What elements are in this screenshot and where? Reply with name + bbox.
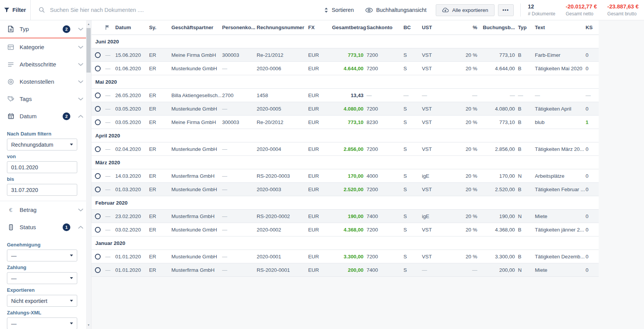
cell-vat-code: —: [421, 89, 457, 102]
status-circle-icon[interactable]: [95, 119, 101, 125]
table-body: Juni 2020—15.06.2020ERMeine Firma GmbH30…: [91, 35, 599, 277]
search-bar[interactable]: [31, 7, 216, 13]
status-circle-icon[interactable]: [95, 254, 101, 260]
cell-vat-percent: 20 %: [457, 142, 480, 156]
column-header-datum[interactable]: Datum: [115, 20, 148, 35]
cell-personal-account: 300003: [221, 116, 256, 129]
document-row[interactable]: —01.06.2020ERMusterkunde GmbH—2020-0006E…: [91, 62, 599, 75]
sidebar-scrollbar[interactable]: ▲ ▼: [86, 20, 91, 329]
status-circle-icon[interactable]: [95, 106, 101, 112]
chevron-down-icon: [78, 98, 83, 101]
payment-xml-select[interactable]: —: [7, 317, 77, 329]
cell-vat-code: VST: [421, 250, 457, 263]
column-header-sy-[interactable]: Sy.: [148, 20, 171, 35]
sidebar-item-arbeitsschritte[interactable]: Arbeitsschritte: [0, 56, 91, 73]
status-circle-icon[interactable]: [95, 146, 101, 152]
euro-icon: €: [7, 207, 15, 213]
column-header--[interactable]: %: [457, 20, 480, 35]
scroll-down-arrow[interactable]: ▼: [86, 322, 91, 328]
sidebar-item-datum[interactable]: Datum 2: [0, 107, 91, 125]
column-header-buchungsb-[interactable]: Buchungsb...: [480, 20, 517, 35]
document-icon: [7, 26, 15, 32]
tag-icon: [7, 96, 15, 102]
cell-business-partner: Musterkunde GmbH: [171, 223, 221, 236]
flag-icon: [105, 20, 115, 35]
document-row[interactable]: —01.01.2020ERMusterkunde GmbH—2020-0001E…: [91, 250, 599, 263]
cell-currency: EUR: [307, 263, 331, 277]
column-header-ust[interactable]: UST: [421, 20, 457, 35]
filter-button[interactable]: Filter: [0, 0, 31, 20]
scroll-up-arrow[interactable]: ▲: [86, 21, 91, 27]
cell-vat-percent: 20 %: [457, 102, 480, 116]
row-status-cell: [91, 62, 105, 75]
document-row[interactable]: —26.05.2020ERBilla Aktiengesellsch...270…: [91, 89, 599, 102]
date-from-label: von: [7, 154, 77, 159]
status-circle-icon[interactable]: [95, 66, 101, 71]
cell-ks: 0: [585, 169, 599, 183]
column-header-fx[interactable]: FX: [307, 20, 331, 35]
status-circle-icon[interactable]: [95, 267, 101, 273]
cell-total-amount: 4.368,00: [331, 223, 366, 236]
cell-personal-account: —: [221, 223, 256, 236]
status-circle-icon[interactable]: [95, 93, 101, 98]
sidebar-item-tags[interactable]: Tags: [0, 90, 91, 107]
date-from-input[interactable]: [7, 161, 77, 173]
document-row[interactable]: —23.02.2020ERMusterfirma GmbH—RS-2020-00…: [91, 210, 599, 223]
select-all-header: [91, 20, 105, 35]
document-row[interactable]: —02.04.2020ERMusterkunde GmbH—2020-0004E…: [91, 142, 599, 156]
column-header-personenko-[interactable]: Personenko...: [221, 20, 256, 35]
cell-bc: S: [403, 263, 421, 277]
cell-currency: EUR: [307, 250, 331, 263]
search-input[interactable]: [49, 7, 216, 13]
column-header-ks[interactable]: KS: [585, 20, 599, 35]
cell-ks: 0: [585, 250, 599, 263]
column-header-text[interactable]: Text: [534, 20, 585, 35]
approval-select[interactable]: —: [7, 250, 77, 261]
status-circle-icon[interactable]: [95, 227, 101, 233]
sidebar-item-betrag[interactable]: € Betrag: [0, 201, 91, 218]
date-filter-type-select[interactable]: Rechnungsdatum: [7, 139, 77, 150]
column-header-gesamtbetrag[interactable]: Gesamtbetrag: [331, 20, 366, 35]
cell-ledger-account: 4000: [366, 169, 403, 183]
more-actions-button[interactable]: •••: [498, 4, 514, 16]
export-status-select[interactable]: Nicht exportiert: [7, 295, 77, 307]
cell-booking-amount: 773,10: [480, 48, 517, 62]
cell-booking-amount: 4.368,00: [480, 223, 517, 236]
status-circle-icon[interactable]: [95, 187, 101, 192]
status-circle-icon[interactable]: [95, 173, 101, 179]
document-row[interactable]: —03.05.2020ERMusterkunde GmbH—2020-0005E…: [91, 102, 599, 116]
status-circle-icon[interactable]: [95, 52, 101, 58]
sidebar-item-typ[interactable]: Typ 2: [0, 20, 91, 38]
cell-flag: —: [105, 48, 115, 62]
cell-currency: EUR: [307, 116, 331, 129]
calendar-icon: [7, 113, 15, 119]
cell-business-partner: Musterkunde GmbH: [171, 62, 221, 75]
cell-system: ER: [148, 89, 171, 102]
document-row[interactable]: —14.03.2020ERMusterfirma GmbH—RS-2020-00…: [91, 169, 599, 183]
chevron-down-icon: [78, 63, 83, 66]
sidebar-item-kategorie[interactable]: Kategorie: [0, 38, 91, 56]
cell-currency: EUR: [307, 183, 331, 196]
sidebar-item-kostenstellen[interactable]: Kostenstellen: [0, 73, 91, 90]
column-header-sachkonto[interactable]: Sachkonto: [366, 20, 403, 35]
group-header-row: März 2020: [91, 156, 599, 169]
sort-button[interactable]: Sortieren: [324, 7, 354, 13]
status-circle-icon[interactable]: [95, 213, 101, 219]
cell-ledger-account: 7200: [366, 223, 403, 236]
document-row[interactable]: —01.03.2020ERMusterkunde GmbH—2020-0003E…: [91, 183, 599, 196]
document-row[interactable]: —03.02.2020ERMusterkunde GmbH—2020-0002E…: [91, 223, 599, 236]
document-row[interactable]: —03.05.2020ERMeine Firma GmbH300003Re-20…: [91, 116, 599, 129]
sidebar-item-status[interactable]: Status 1: [0, 218, 91, 236]
document-row[interactable]: —15.06.2020ERMeine Firma GmbH300003Re-21…: [91, 48, 599, 62]
payment-select[interactable]: —: [7, 272, 77, 284]
scrollbar-thumb[interactable]: [86, 28, 91, 73]
column-header-typ[interactable]: Typ: [517, 20, 534, 35]
date-to-input[interactable]: [7, 184, 77, 196]
summary-stats: 12 # Dokumente -20.012,77 € Gesamt netto…: [528, 3, 639, 17]
column-header-bc[interactable]: BC: [403, 20, 421, 35]
column-header-geschäftspartner[interactable]: Geschäftspartner: [171, 20, 221, 35]
export-all-button[interactable]: Alle exportieren: [436, 4, 495, 16]
document-row[interactable]: —01.01.2020ERMusterfirma GmbH—RS-2020-00…: [91, 263, 599, 277]
column-header-rechnungsnummer[interactable]: Rechnungsnummer: [256, 20, 307, 35]
accounting-view-toggle[interactable]: Buchhaltungsansicht: [365, 7, 427, 13]
